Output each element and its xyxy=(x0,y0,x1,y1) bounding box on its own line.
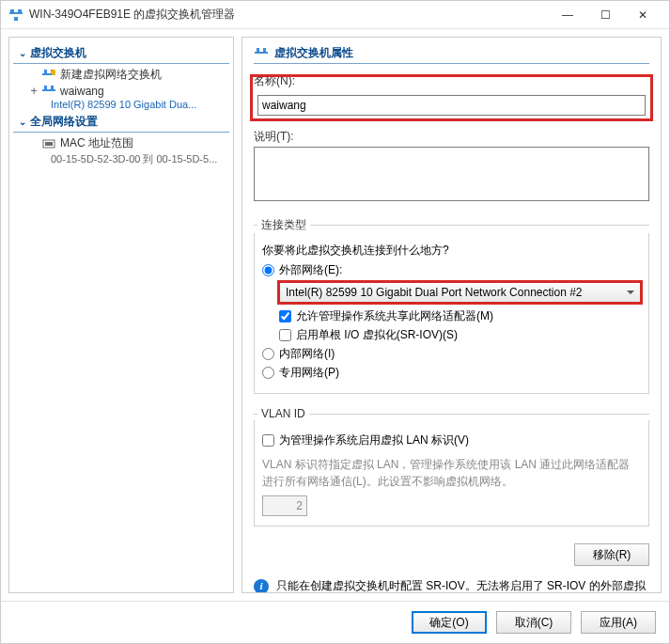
radio-external-label: 外部网络(E): xyxy=(279,262,342,278)
radio-external[interactable] xyxy=(262,264,274,276)
footer: 确定(O) 取消(C) 应用(A) xyxy=(1,601,669,643)
new-switch-icon xyxy=(41,69,56,82)
titlebar: WIN-349O4FEB91E 的虚拟交换机管理器 — ☐ ✕ xyxy=(1,1,669,29)
main-header: 虚拟交换机属性 xyxy=(254,45,649,64)
svg-rect-3 xyxy=(14,17,18,21)
tree-item-label: waiwang xyxy=(60,85,104,98)
tree-item-new-switch[interactable]: 新建虚拟网络交换机 xyxy=(9,66,233,84)
info-row: i 只能在创建虚拟交换机时配置 SR-IOV。无法将启用了 SR-IOV 的外部… xyxy=(254,577,649,593)
connection-group: 连接类型 你要将此虚拟交换机连接到什么地方? 外部网络(E): Intel(R)… xyxy=(254,217,649,394)
connection-group-title: 连接类型 xyxy=(257,217,310,233)
sidebar: ⌄ 虚拟交换机 新建虚拟网络交换机 + waiwang Intel(R) 825… xyxy=(8,37,234,593)
svg-rect-10 xyxy=(51,86,54,89)
close-button[interactable]: ✕ xyxy=(624,2,662,28)
cb-allow-mgmt-row[interactable]: 允许管理操作系统共享此网络适配器(M) xyxy=(279,308,641,324)
cb-sriov[interactable] xyxy=(279,329,291,341)
expander-icon[interactable]: + xyxy=(28,85,39,98)
ok-button[interactable]: 确定(O) xyxy=(412,611,487,634)
cb-vlan-label: 为管理操作系统启用虚拟 LAN 标识(V) xyxy=(279,432,469,448)
tree-item-mac-sub: 00-15-5D-52-3D-00 到 00-15-5D-5... xyxy=(9,152,233,166)
cancel-button[interactable]: 取消(C) xyxy=(496,611,571,634)
app-icon xyxy=(8,8,23,23)
vlan-note: VLAN 标识符指定虚拟 LAN，管理操作系统使用该 LAN 通过此网络适配器进… xyxy=(262,456,641,490)
section-virtual-switches[interactable]: ⌄ 虚拟交换机 xyxy=(13,43,229,64)
radio-private-label: 专用网络(P) xyxy=(279,365,339,381)
svg-rect-12 xyxy=(45,142,53,146)
radio-external-row[interactable]: 外部网络(E): xyxy=(262,262,641,278)
vlan-group-title: VLAN ID xyxy=(257,407,309,420)
cb-allow-mgmt[interactable] xyxy=(279,310,291,322)
section-label: 全局网络设置 xyxy=(30,114,98,130)
cb-sriov-row[interactable]: 启用单根 I/O 虚拟化(SR-IOV)(S) xyxy=(279,327,641,343)
adapter-dropdown[interactable]: Intel(R) 82599 10 Gigabit Dual Port Netw… xyxy=(279,282,641,303)
nic-icon xyxy=(41,137,56,150)
minimize-button[interactable]: — xyxy=(549,2,586,28)
name-input[interactable] xyxy=(257,95,646,116)
main-header-label: 虚拟交换机属性 xyxy=(274,45,353,61)
radio-internal[interactable] xyxy=(262,348,274,360)
info-text: 只能在创建虚拟交换机时配置 SR-IOV。无法将启用了 SR-IOV 的外部虚拟… xyxy=(276,577,649,593)
svg-rect-9 xyxy=(44,86,47,89)
svg-rect-8 xyxy=(42,89,55,91)
remove-button[interactable]: 移除(R) xyxy=(574,543,649,566)
vlan-id-input xyxy=(262,495,307,516)
cb-vlan[interactable] xyxy=(262,434,274,447)
svg-rect-13 xyxy=(255,52,268,54)
chevron-icon: ⌄ xyxy=(19,117,26,127)
switch-icon xyxy=(41,85,56,98)
tree: ⌄ 虚拟交换机 新建虚拟网络交换机 + waiwang Intel(R) 825… xyxy=(9,38,233,592)
content: ⌄ 虚拟交换机 新建虚拟网络交换机 + waiwang Intel(R) 825… xyxy=(1,29,669,601)
cb-vlan-row[interactable]: 为管理操作系统启用虚拟 LAN 标识(V) xyxy=(262,432,641,448)
tree-item-waiwang[interactable]: + waiwang xyxy=(9,84,233,99)
svg-rect-2 xyxy=(18,9,22,12)
tree-item-label: MAC 地址范围 xyxy=(60,135,133,151)
apply-button[interactable]: 应用(A) xyxy=(581,611,656,634)
connection-question: 你要将此虚拟交换机连接到什么地方? xyxy=(262,243,641,259)
adapter-value: Intel(R) 82599 10 Gigabit Dual Port Netw… xyxy=(286,286,583,299)
chevron-icon: ⌄ xyxy=(19,48,26,58)
radio-private[interactable] xyxy=(262,367,274,379)
svg-rect-0 xyxy=(9,12,23,14)
window-title: WIN-349O4FEB91E 的虚拟交换机管理器 xyxy=(29,7,549,23)
radio-internal-row[interactable]: 内部网络(I) xyxy=(262,346,641,362)
remove-row: 移除(R) xyxy=(254,543,649,566)
svg-rect-14 xyxy=(257,48,259,52)
name-label: 名称(N): xyxy=(254,73,649,89)
main-panel: 虚拟交换机属性 名称(N): 说明(T): 连接类型 你要将此虚拟交换机连接到什… xyxy=(242,37,662,593)
tree-item-label: 新建虚拟网络交换机 xyxy=(60,67,162,83)
radio-private-row[interactable]: 专用网络(P) xyxy=(262,365,641,381)
section-global-settings[interactable]: ⌄ 全局网络设置 xyxy=(13,112,229,133)
svg-rect-15 xyxy=(263,48,266,52)
c   b-sriov-label: 启用单根 I/O 虚拟化(SR-IOV)(S) xyxy=(296,327,458,343)
svg-rect-5 xyxy=(44,70,47,73)
desc-label: 说明(T): xyxy=(254,129,649,145)
desc-input[interactable] xyxy=(254,147,649,201)
svg-rect-1 xyxy=(10,9,14,12)
switch-icon xyxy=(254,47,269,60)
maximize-button[interactable]: ☐ xyxy=(586,2,624,28)
cb-allow-mgmt-label: 允许管理操作系统共享此网络适配器(M) xyxy=(296,308,493,324)
section-label: 虚拟交换机 xyxy=(30,45,86,61)
tree-item-waiwang-sub: Intel(R) 82599 10 Gigabit Dua... xyxy=(9,99,233,110)
vlan-group: VLAN ID 为管理操作系统启用虚拟 LAN 标识(V) VLAN 标识符指定… xyxy=(254,407,649,526)
tree-item-mac-range[interactable]: MAC 地址范围 xyxy=(9,134,233,152)
info-icon: i xyxy=(254,579,269,593)
radio-internal-label: 内部网络(I) xyxy=(279,346,335,362)
